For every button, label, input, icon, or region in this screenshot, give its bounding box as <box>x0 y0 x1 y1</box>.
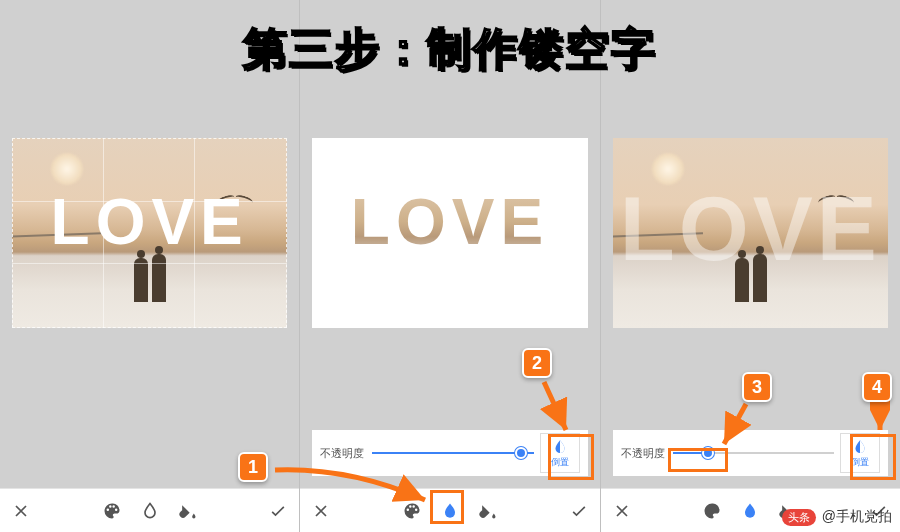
canvas-3[interactable]: LOVE <box>613 138 888 328</box>
opacity-label: 不透明度 <box>320 446 364 461</box>
canvas-1[interactable]: LOVE <box>12 138 287 328</box>
person-silhouette <box>134 258 148 302</box>
opacity-slider[interactable] <box>372 443 533 463</box>
sun <box>50 152 84 186</box>
close-icon[interactable] <box>611 500 633 522</box>
watermark-badge: 头条 <box>782 509 816 526</box>
text-layer-love-ghost[interactable]: LOVE <box>620 178 881 281</box>
close-icon[interactable] <box>10 500 32 522</box>
watermark: 头条 @手机党拍 <box>782 508 892 526</box>
annotation-arrow-1 <box>270 462 430 512</box>
bucket-icon[interactable] <box>477 500 499 522</box>
toolbar-1 <box>0 488 299 532</box>
text-layer-love-masked[interactable]: LOVE <box>351 185 549 259</box>
highlight-box-1 <box>430 490 464 524</box>
person-silhouette <box>152 254 166 302</box>
annotation-marker-1: 1 <box>238 452 268 482</box>
annotation-marker-2: 2 <box>522 348 552 378</box>
highlight-box-3 <box>668 448 728 472</box>
text-layer-love[interactable]: LOVE <box>51 185 249 259</box>
opacity-label: 不透明度 <box>621 446 665 461</box>
tutorial-title: 第三步：制作镂空字 <box>243 20 657 79</box>
droplet-icon[interactable] <box>139 500 161 522</box>
palette-icon[interactable] <box>701 500 723 522</box>
bucket-icon[interactable] <box>177 500 199 522</box>
highlight-box-2 <box>548 434 594 480</box>
annotation-marker-4: 4 <box>862 372 892 402</box>
palette-icon[interactable] <box>101 500 123 522</box>
panels-container: LOVE <box>0 0 900 532</box>
annotation-marker-3: 3 <box>742 372 772 402</box>
annotation-arrow-3 <box>716 400 756 450</box>
droplet-icon[interactable] <box>739 500 761 522</box>
annotation-arrow-4 <box>870 400 890 436</box>
confirm-icon[interactable] <box>568 500 590 522</box>
canvas-2[interactable]: LOVE <box>312 138 587 328</box>
highlight-box-4 <box>850 434 896 480</box>
watermark-text: @手机党拍 <box>822 508 892 526</box>
annotation-arrow-2 <box>536 378 576 438</box>
